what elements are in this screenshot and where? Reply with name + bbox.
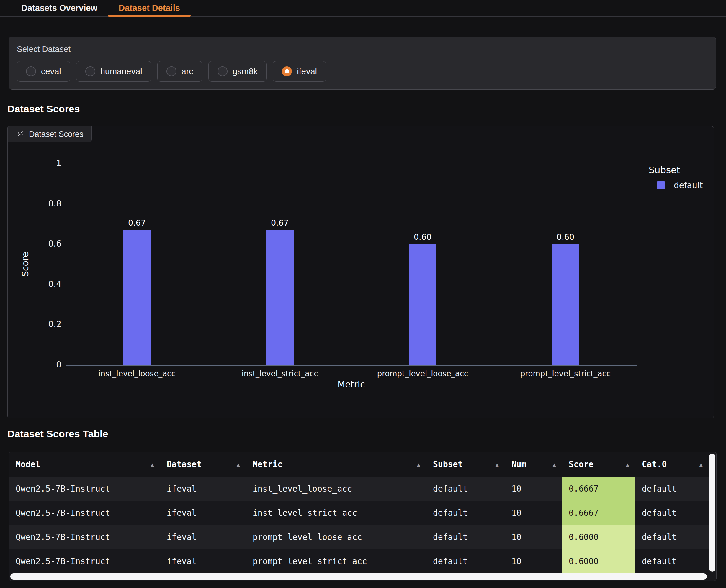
- gridline-y-0.6: [65, 244, 637, 245]
- legend-entry-label: default: [674, 181, 703, 190]
- column-header-label: Score: [569, 459, 593, 469]
- cell-model-row-0[interactable]: Qwen2.5-7B-Instruct: [9, 477, 160, 501]
- legend-swatch: [657, 181, 665, 189]
- tab-datasets-overview[interactable]: Datasets Overview: [11, 0, 108, 16]
- select-dataset-panel: Select Dataset cevalhumanevalarcgsm8kife…: [9, 37, 716, 90]
- bar-chart-plot-area: Score Metric Subset default 00.20.40.60.…: [8, 126, 713, 418]
- radio-option-label: ifeval: [297, 67, 317, 76]
- cell-score-row-0[interactable]: 0.6667: [562, 477, 635, 501]
- column-header-metric[interactable]: Metric▲: [246, 452, 426, 477]
- column-header-subset[interactable]: Subset▲: [426, 452, 505, 477]
- y-tick-label: 0.6: [17, 239, 61, 249]
- column-header-label: Metric: [253, 459, 282, 469]
- y-tick-label: 1: [17, 159, 61, 168]
- tab-dataset-details[interactable]: Dataset Details: [108, 0, 190, 16]
- radio-option-humaneval[interactable]: humaneval: [76, 61, 152, 82]
- horizontal-scrollbar[interactable]: [10, 573, 707, 580]
- sort-asc-icon[interactable]: ▲: [496, 461, 499, 468]
- cell-metric-row-3[interactable]: prompt_level_strict_acc: [246, 549, 426, 573]
- column-header-label: Model: [16, 459, 40, 469]
- chart-legend: Subset default: [649, 165, 703, 190]
- x-tick-label-inst-level-strict-acc: inst_level_strict_acc: [208, 369, 351, 378]
- cell-model-row-2[interactable]: Qwen2.5-7B-Instruct: [9, 525, 160, 549]
- app: Datasets OverviewDataset Details Select …: [0, 0, 726, 588]
- top-tab-bar: Datasets OverviewDataset Details: [0, 0, 726, 17]
- radio-option-label: gsm8k: [233, 67, 258, 76]
- cell-dataset-row-0[interactable]: ifeval: [160, 477, 246, 501]
- radio-icon: [85, 66, 95, 76]
- x-tick-label-prompt-level-strict-acc: prompt_level_strict_acc: [494, 369, 637, 378]
- bar-inst-level-loose-acc: [123, 230, 151, 365]
- chart-tab-label: Dataset Scores: [29, 130, 83, 139]
- column-header-label: Subset: [433, 459, 463, 469]
- x-tick-label-inst-level-loose-acc: inst_level_loose_acc: [65, 369, 208, 378]
- cell-dataset-row-1[interactable]: ifeval: [160, 501, 246, 525]
- column-header-cat-0[interactable]: Cat.0▲: [635, 452, 709, 477]
- radio-icon: [282, 66, 292, 76]
- cell-subset-row-0[interactable]: default: [426, 477, 505, 501]
- cell-cat-0-row-1[interactable]: default: [635, 501, 709, 525]
- chart-tab-dataset-scores[interactable]: Dataset Scores: [7, 126, 92, 143]
- radio-option-ifeval[interactable]: ifeval: [273, 61, 326, 82]
- radio-option-gsm8k[interactable]: gsm8k: [208, 61, 267, 82]
- radio-option-label: humaneval: [100, 67, 142, 76]
- radio-option-label: arc: [182, 67, 193, 76]
- cell-metric-row-0[interactable]: inst_level_loose_acc: [246, 477, 426, 501]
- sort-asc-icon[interactable]: ▲: [417, 461, 420, 468]
- bar-prompt-level-strict-acc: [551, 244, 579, 365]
- horizontal-scrollbar-thumb[interactable]: [10, 573, 707, 580]
- cell-cat-0-row-2[interactable]: default: [635, 525, 709, 549]
- cell-dataset-row-3[interactable]: ifeval: [160, 549, 246, 573]
- cell-subset-row-2[interactable]: default: [426, 525, 505, 549]
- cell-num-row-1[interactable]: 10: [505, 501, 562, 525]
- x-axis-title: Metric: [307, 379, 396, 390]
- dataset-radio-group: cevalhumanevalarcgsm8kifeval: [17, 61, 708, 82]
- cell-score-row-1[interactable]: 0.6667: [562, 501, 635, 525]
- column-header-dataset[interactable]: Dataset▲: [160, 452, 246, 477]
- bar-value-label: 0.60: [543, 232, 588, 241]
- dataset-scores-table-heading: Dataset Scores Table: [7, 428, 108, 440]
- dataset-scores-heading: Dataset Scores: [7, 103, 80, 115]
- cell-dataset-row-2[interactable]: ifeval: [160, 525, 246, 549]
- cell-cat-0-row-0[interactable]: default: [635, 477, 709, 501]
- column-header-score[interactable]: Score▲: [562, 452, 635, 477]
- cell-num-row-0[interactable]: 10: [505, 477, 562, 501]
- sort-asc-icon[interactable]: ▲: [151, 461, 154, 468]
- legend-title: Subset: [649, 165, 703, 175]
- cell-metric-row-2[interactable]: prompt_level_loose_acc: [246, 525, 426, 549]
- sort-asc-icon[interactable]: ▲: [700, 461, 703, 468]
- gridline-y-0.8: [65, 204, 637, 204]
- cell-metric-row-1[interactable]: inst_level_strict_acc: [246, 501, 426, 525]
- column-header-label: Dataset: [167, 459, 202, 469]
- sort-asc-icon[interactable]: ▲: [553, 461, 556, 468]
- cell-model-row-1[interactable]: Qwen2.5-7B-Instruct: [9, 501, 160, 525]
- vertical-scrollbar-thumb[interactable]: [709, 454, 715, 572]
- radio-icon: [218, 66, 227, 76]
- radio-option-ceval[interactable]: ceval: [17, 61, 70, 82]
- cell-num-row-2[interactable]: 10: [505, 525, 562, 549]
- cell-subset-row-1[interactable]: default: [426, 501, 505, 525]
- scatter-chart-icon: [16, 130, 24, 139]
- bar-inst-level-strict-acc: [266, 230, 294, 365]
- column-header-model[interactable]: Model▲: [9, 452, 160, 477]
- vertical-scrollbar[interactable]: [709, 454, 715, 572]
- cell-score-row-3[interactable]: 0.6000: [562, 549, 635, 573]
- sort-asc-icon[interactable]: ▲: [626, 461, 629, 468]
- radio-option-label: ceval: [41, 67, 61, 76]
- radio-icon: [26, 66, 36, 76]
- radio-icon: [166, 66, 177, 76]
- bar-prompt-level-loose-acc: [409, 244, 437, 365]
- column-header-num[interactable]: Num▲: [505, 452, 562, 477]
- cell-cat-0-row-3[interactable]: default: [635, 549, 709, 573]
- radio-option-arc[interactable]: arc: [157, 61, 202, 82]
- column-header-label: Cat.0: [642, 459, 667, 469]
- cell-model-row-3[interactable]: Qwen2.5-7B-Instruct: [9, 549, 160, 573]
- sort-asc-icon[interactable]: ▲: [237, 461, 240, 468]
- cell-score-row-2[interactable]: 0.6000: [562, 525, 635, 549]
- bar-value-label: 0.67: [258, 218, 302, 227]
- bar-value-label: 0.60: [401, 232, 445, 241]
- x-axis-line: [65, 365, 637, 366]
- cell-subset-row-3[interactable]: default: [426, 549, 505, 573]
- cell-num-row-3[interactable]: 10: [505, 549, 562, 573]
- y-tick-label: 0.8: [17, 199, 61, 209]
